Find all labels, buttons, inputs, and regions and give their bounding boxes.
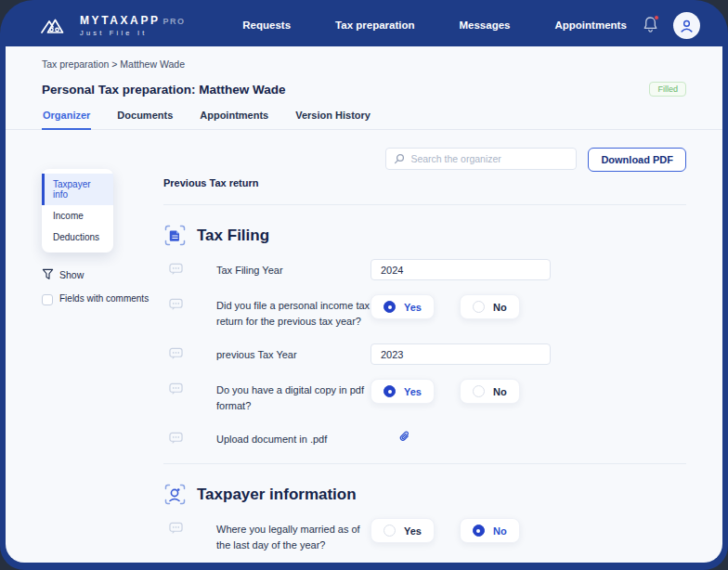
field-label: Did you file a personal income tax retur… (216, 294, 370, 330)
search-input[interactable] (410, 153, 568, 164)
status-badge: Filled (649, 82, 686, 97)
field-control: YesNo (370, 379, 686, 404)
radio-group: YesNo (370, 379, 686, 404)
section-header-tax-filing: Tax Filing (163, 224, 686, 247)
field-control: YesNo (370, 518, 686, 543)
section-divider (163, 204, 686, 205)
field-label: Tax Filing Year (216, 259, 370, 279)
radio-label: No (493, 525, 507, 537)
app-header: MYTAXAPPPRO Just File It RequestsTax pre… (0, 0, 728, 46)
field-row-previous-tax-year: previous Tax Year (163, 343, 686, 365)
organizer-toolbar: Download PDF (163, 148, 686, 172)
notification-dot (654, 15, 659, 20)
show-filter-toggle[interactable]: Show (42, 268, 163, 280)
funnel-icon (42, 268, 54, 280)
radio-option-yes[interactable]: Yes (370, 294, 435, 319)
radio-label: No (493, 302, 507, 313)
field-row-tax-filing-year: Tax Filing Year (163, 259, 686, 280)
section-title: Tax Filing (197, 227, 269, 245)
radio-unselected-icon (384, 525, 396, 537)
field-row-upload-document-in-pdf: Upload document in .pdf (163, 428, 686, 447)
page-body: Taxpayer infoIncomeDeductions Show Field… (6, 130, 722, 563)
radio-group: YesNo (370, 294, 686, 319)
paperclip-icon[interactable] (398, 430, 411, 447)
document-scan-icon (163, 224, 187, 247)
comment-icon[interactable] (169, 432, 183, 445)
field-label: previous Tax Year (216, 343, 370, 363)
sidebar-item-taxpayer-info[interactable]: Taxpayer info (42, 174, 113, 205)
title-row: Personal Tax preparation: Matthew Wade F… (42, 82, 686, 97)
field-control (370, 428, 686, 447)
text-field-previous-tax-year[interactable] (370, 343, 551, 365)
field-control: YesNo (370, 294, 686, 319)
field-control (370, 259, 686, 280)
fields-with-comments-filter[interactable]: Fields with comments (42, 293, 163, 305)
brand-text: MYTAXAPPPRO Just File It (80, 14, 185, 37)
radio-label: Yes (404, 386, 422, 397)
download-pdf-button[interactable]: Download PDF (588, 148, 686, 172)
tab-documents[interactable]: Documents (116, 110, 174, 130)
tab-appointments[interactable]: Appointments (199, 110, 269, 130)
radio-unselected-icon (473, 301, 485, 313)
app-window: MYTAXAPPPRO Just File It RequestsTax pre… (0, 0, 728, 570)
radio-label: Yes (404, 525, 422, 537)
radio-label: Yes (404, 302, 422, 313)
sidebar-item-deductions[interactable]: Deductions (42, 227, 113, 248)
nav-item-requests[interactable]: Requests (242, 19, 291, 31)
organizer-subheading: Previous Tax return (163, 177, 686, 188)
comment-icon[interactable] (169, 522, 183, 535)
brand-name: MYTAXAPP (80, 14, 161, 27)
tab-bar: OrganizerDocumentsAppointmentsVersion Hi… (6, 110, 722, 130)
comment-icon[interactable] (169, 298, 183, 311)
radio-option-no[interactable]: No (460, 518, 520, 543)
breadcrumb[interactable]: Tax preparation > Matthew Wade (42, 58, 686, 70)
content-panel: Tax preparation > Matthew Wade Personal … (6, 46, 722, 563)
field-row-do-you-have-a-digital-copy-in-pdf-format: Do you have a digital copy in pdf format… (163, 379, 686, 414)
section-fields: Where you legally married as of the last… (163, 518, 686, 563)
field-control (370, 343, 686, 365)
section-title: Taxpayer information (197, 486, 357, 504)
section-fields: Tax Filing YearDid you file a personal i… (163, 259, 686, 447)
section-divider (163, 463, 686, 464)
search-box (385, 148, 577, 170)
field-row-did-you-file-a-personal-income-tax-return-for-the-previous-tax-year: Did you file a personal income tax retur… (163, 294, 686, 330)
field-label: Upload document in .pdf (216, 428, 370, 447)
comment-icon[interactable] (169, 347, 183, 360)
user-avatar[interactable] (673, 12, 700, 39)
radio-selected-icon (384, 385, 396, 397)
brand-logo[interactable]: MYTAXAPPPRO Just File It (41, 14, 185, 37)
text-field-tax-filing-year[interactable] (370, 259, 551, 280)
brand-pro-label: PRO (163, 17, 186, 26)
field-label: Where you legally married as of the last… (216, 518, 370, 553)
radio-option-no[interactable]: No (460, 379, 520, 404)
nav-item-tax-preparation[interactable]: Tax preparation (335, 19, 414, 31)
person-scan-icon (163, 483, 187, 506)
header-actions (643, 12, 700, 39)
nav-item-appointments[interactable]: Appointments (554, 19, 626, 31)
brand-tagline: Just File It (80, 29, 185, 37)
section-header-taxpayer-information: Taxpayer information (163, 483, 686, 506)
radio-label: No (493, 386, 507, 397)
radio-option-yes[interactable]: Yes (370, 379, 435, 404)
page-title: Personal Tax preparation: Matthew Wade (42, 83, 286, 97)
radio-option-yes[interactable]: Yes (370, 518, 435, 543)
comments-checkbox[interactable] (42, 294, 53, 305)
person-icon (679, 18, 695, 33)
sidebar-item-income[interactable]: Income (42, 205, 113, 227)
field-label: Do you have a digital copy in pdf format… (216, 379, 370, 414)
main-nav: RequestsTax preparationMessagesAppointme… (242, 19, 627, 31)
comment-icon[interactable] (169, 382, 183, 395)
comment-icon[interactable] (169, 263, 183, 276)
organizer-main: Download PDF Previous Tax return Tax Fil… (163, 130, 686, 563)
radio-group: YesNo (370, 518, 686, 543)
tab-version-history[interactable]: Version History (294, 110, 371, 130)
notifications-bell-icon[interactable] (643, 16, 659, 34)
radio-selected-icon (384, 301, 396, 313)
mountains-logo-icon (41, 14, 72, 36)
radio-option-no[interactable]: No (460, 294, 520, 319)
tab-organizer[interactable]: Organizer (42, 110, 91, 130)
nav-item-messages[interactable]: Messages (460, 19, 511, 31)
form-sections: Tax FilingTax Filing YearDid you file a … (163, 204, 686, 563)
section-menu: Taxpayer infoIncomeDeductions (42, 169, 113, 253)
field-row-where-you-legally-married-as-of-the-last-day-of-the-year: Where you legally married as of the last… (163, 518, 686, 553)
